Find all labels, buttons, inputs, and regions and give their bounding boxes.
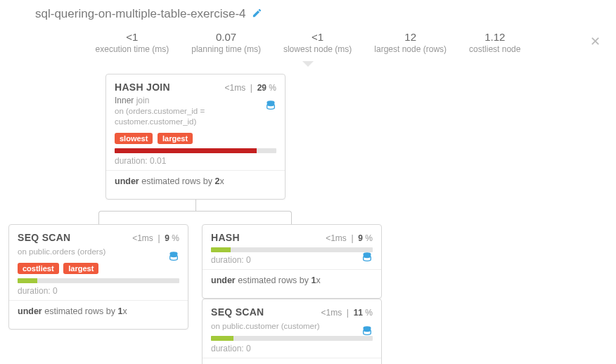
- node-title: HASH JOIN: [115, 82, 170, 93]
- badge-largest: largest: [158, 133, 193, 144]
- duration-bar: [211, 336, 373, 341]
- plan-canvas: HASH JOIN <1ms | 29 % Inner join on (ord…: [0, 67, 616, 71]
- rows-estimate: under estimated rows by 1x: [18, 301, 179, 323]
- node-title: SEQ SCAN: [211, 306, 264, 318]
- rows-estimate: under estimated rows by 1x: [211, 358, 373, 364]
- node-stats: <1ms | 9 %: [326, 233, 373, 243]
- node-condition: on public.customer (customer): [211, 321, 373, 332]
- metric-cost: 1.12costliest node: [469, 31, 520, 54]
- node-subtitle: Inner join: [115, 96, 276, 105]
- node-stats: <1ms | 29 %: [224, 83, 276, 93]
- metrics-bar: <1execution time (ms) 0.07planning time …: [0, 21, 616, 67]
- node-stats: <1ms | 11 %: [321, 308, 373, 318]
- tree-connector: [98, 211, 292, 225]
- page-title: sql-quering-on-multiple-table-exercise-4: [35, 7, 246, 21]
- plan-node-hash-join[interactable]: HASH JOIN <1ms | 29 % Inner join on (ord…: [105, 74, 285, 200]
- duration-bar: [115, 148, 276, 153]
- database-icon: [361, 252, 373, 265]
- close-icon[interactable]: ✕: [590, 34, 601, 49]
- node-stats: <1ms | 9 %: [132, 233, 179, 243]
- node-condition: on public.orders (orders): [18, 247, 179, 257]
- title-bar: sql-quering-on-multiple-table-exercise-4: [0, 0, 616, 21]
- node-title: SEQ SCAN: [18, 232, 71, 243]
- metric-exec: <1execution time (ms): [96, 31, 169, 54]
- metric-plan: 0.07planning time (ms): [191, 31, 261, 54]
- rows-estimate: under estimated rows by 2x: [115, 171, 276, 193]
- duration-bar: [211, 247, 373, 252]
- plan-node-seq-scan-orders[interactable]: SEQ SCAN <1ms | 9 % on public.orders (or…: [8, 224, 188, 330]
- badge-slowest: slowest: [115, 133, 153, 144]
- rows-estimate: under estimated rows by 1x: [211, 270, 373, 292]
- node-badges: slowest largest: [115, 133, 276, 144]
- database-icon: [265, 100, 276, 113]
- duration-label: duration: 0: [211, 255, 373, 265]
- plan-node-seq-scan-customer[interactable]: SEQ SCAN <1ms | 11 % on public.customer …: [202, 299, 382, 364]
- metric-slow: <1slowest node (ms): [283, 31, 352, 54]
- database-icon: [361, 325, 373, 339]
- duration-label: duration: 0.01: [115, 156, 276, 166]
- plan-node-hash[interactable]: HASH <1ms | 9 % duration: 0 under estima…: [202, 224, 382, 299]
- badge-largest: largest: [63, 263, 98, 274]
- duration-label: duration: 0: [18, 286, 179, 296]
- node-badges: costliest largest: [18, 263, 179, 274]
- metric-large: 12largest node (rows): [374, 31, 447, 54]
- node-title: HASH: [211, 232, 240, 243]
- database-icon: [168, 251, 179, 264]
- edit-icon[interactable]: [252, 8, 262, 20]
- badge-costliest: costliest: [18, 263, 59, 274]
- node-condition: on (orders.customer_id = customer.custom…: [115, 106, 276, 127]
- duration-bar: [18, 278, 179, 283]
- duration-label: duration: 0: [211, 344, 373, 353]
